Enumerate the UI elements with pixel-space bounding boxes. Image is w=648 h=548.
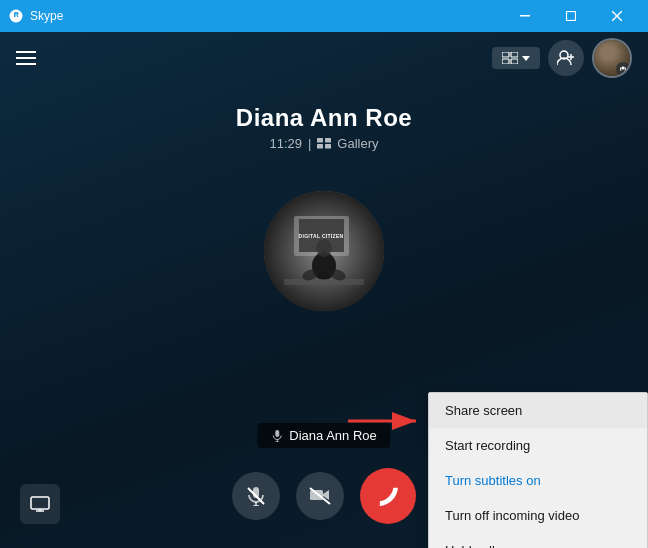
skype-icon [8, 8, 24, 24]
svg-text:DIGITAL CITIZEN: DIGITAL CITIZEN [299, 233, 344, 239]
svg-rect-24 [275, 430, 279, 437]
user-avatar [592, 38, 632, 78]
top-bar [0, 32, 648, 84]
video-off-button[interactable] [296, 472, 344, 520]
title-bar-left: Skype [8, 8, 63, 24]
close-button[interactable] [594, 0, 640, 32]
svg-rect-1 [567, 12, 576, 21]
app-title: Skype [30, 9, 63, 23]
svg-rect-0 [520, 15, 530, 17]
call-info: Diana Ann Roe 11:29 | Gallery [236, 104, 412, 151]
center-avatar: DIGITAL CITIZEN [264, 191, 384, 311]
top-right-controls [492, 38, 632, 78]
svg-rect-34 [310, 490, 323, 500]
svg-rect-12 [325, 138, 331, 143]
caller-name: Diana Ann Roe [236, 104, 412, 132]
svg-rect-11 [317, 138, 323, 143]
svg-point-20 [316, 239, 332, 257]
title-bar: Skype [0, 0, 648, 32]
call-area: Diana Ann Roe 11:29 | Gallery [0, 32, 648, 548]
menu-item-share-screen[interactable]: Share screen [429, 393, 647, 428]
end-call-icon [375, 486, 401, 506]
gallery-label: Gallery [337, 136, 378, 151]
maximize-button[interactable] [548, 0, 594, 32]
status-separator: | [308, 136, 311, 151]
name-label: Diana Ann Roe [257, 423, 390, 448]
title-bar-controls [502, 0, 640, 32]
add-person-button[interactable] [548, 40, 584, 76]
svg-rect-13 [317, 144, 323, 149]
end-call-button[interactable] [360, 468, 416, 524]
minimize-button[interactable] [502, 0, 548, 32]
svg-rect-4 [502, 52, 509, 57]
mic-mute-icon [246, 486, 266, 506]
menu-item-start-recording[interactable]: Start recording [429, 428, 647, 463]
context-menu: Share screen Start recording Turn subtit… [428, 392, 648, 548]
participant-name: Diana Ann Roe [289, 428, 376, 443]
svg-rect-7 [511, 59, 518, 64]
call-status: 11:29 | Gallery [236, 136, 412, 151]
avatar-badge [616, 62, 630, 76]
center-avatar-inner: DIGITAL CITIZEN [264, 191, 384, 311]
menu-item-turn-off-incoming-video[interactable]: Turn off incoming video [429, 498, 647, 533]
gallery-icon [317, 138, 331, 149]
svg-rect-21 [284, 279, 364, 285]
avatar-photo: DIGITAL CITIZEN [264, 191, 384, 311]
mic-icon [271, 430, 283, 442]
svg-rect-5 [511, 52, 518, 57]
video-mute-icon [309, 487, 331, 505]
svg-rect-6 [502, 59, 509, 64]
menu-item-hold-call[interactable]: Hold call [429, 533, 647, 548]
mute-button[interactable] [232, 472, 280, 520]
svg-rect-14 [325, 144, 331, 149]
layout-button[interactable] [492, 47, 540, 69]
call-time: 11:29 [269, 136, 302, 151]
menu-item-turn-subtitles-on[interactable]: Turn subtitles on [429, 463, 647, 498]
hamburger-menu[interactable] [16, 51, 36, 65]
